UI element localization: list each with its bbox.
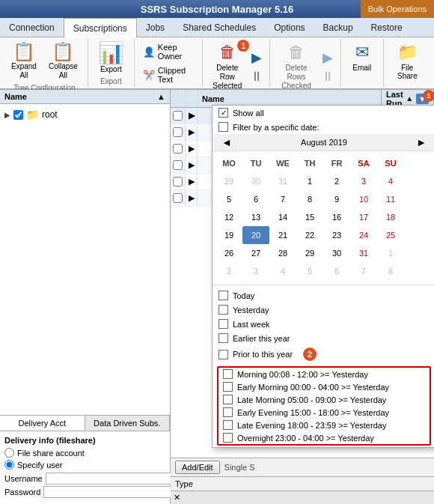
cal-day[interactable]: 11 [377, 190, 404, 208]
time-filter-morning[interactable]: Morning 00:08 - 12:00 >= Yesterday [218, 368, 430, 380]
menu-connection[interactable]: Connection [0, 18, 64, 37]
show-all-item[interactable]: Show all [213, 106, 434, 120]
username-input[interactable] [46, 473, 174, 485]
time-filter-early-evening-checkbox[interactable] [223, 407, 233, 417]
radio-specify-user-input[interactable] [4, 460, 14, 470]
row-expand[interactable]: ▶ [186, 108, 198, 124]
cal-day[interactable]: 6 [323, 262, 350, 280]
cal-day[interactable]: 18 [377, 208, 404, 226]
yesterday-checkbox[interactable] [218, 305, 228, 315]
cal-day[interactable]: 3 [350, 172, 377, 190]
menu-options[interactable]: Options [265, 18, 314, 37]
row-expand[interactable]: ▶ [186, 157, 198, 173]
row-checkbox[interactable] [171, 157, 186, 173]
cal-day[interactable]: 30 [242, 172, 269, 190]
play-icon[interactable]: ▶ [251, 49, 262, 66]
time-filter-early-morning-checkbox[interactable] [223, 382, 233, 392]
calendar-next-button[interactable]: ► [413, 136, 430, 148]
cal-day[interactable]: 7 [269, 190, 296, 208]
delete-row-selected-button[interactable]: 🗑 Delete RowSelected 1 [207, 40, 247, 93]
pause-checked-icon[interactable]: ⏸ [321, 69, 334, 85]
today-filter[interactable]: Today [213, 288, 434, 303]
filter-by-date-item[interactable]: Filter by a specific date: [213, 120, 434, 134]
menu-restore[interactable]: Restore [362, 18, 412, 37]
cal-day[interactable]: 1 [296, 172, 323, 190]
cal-day[interactable]: 4 [377, 172, 404, 190]
cal-day[interactable]: 13 [242, 208, 269, 226]
delete-rows-checked-button[interactable]: 🗑 Delete RowsChecked [275, 40, 317, 93]
cal-day[interactable]: 16 [323, 208, 350, 226]
row-expand[interactable]: ▶ [186, 190, 198, 206]
cal-day[interactable]: 9 [323, 190, 350, 208]
expand-all-button[interactable]: 📋 ExpandAll [6, 40, 42, 82]
cal-day[interactable]: 30 [323, 244, 350, 262]
last-week-checkbox[interactable] [218, 319, 228, 329]
cal-day[interactable]: 21 [269, 226, 296, 244]
collapse-all-button[interactable]: 📋 CollapseAll [43, 40, 83, 82]
tab-delivery-acct[interactable]: Delivery Acct [0, 416, 85, 431]
menu-jobs[interactable]: Jobs [137, 18, 174, 37]
cal-day[interactable]: 25 [377, 226, 404, 244]
cal-day[interactable]: 29 [216, 172, 242, 190]
password-input[interactable] [43, 486, 171, 498]
radio-specify-user[interactable]: Specify user [4, 460, 165, 470]
cal-day[interactable]: 2 [323, 172, 350, 190]
cal-day[interactable]: 29 [296, 244, 323, 262]
cal-day[interactable]: 12 [216, 208, 242, 226]
cal-day[interactable]: 8 [296, 190, 323, 208]
row-checkbox[interactable] [171, 174, 186, 189]
cal-day[interactable]: 27 [242, 244, 269, 262]
row-checkbox[interactable] [171, 124, 186, 140]
cal-day[interactable]: 5 [296, 262, 323, 280]
cal-day[interactable]: 15 [296, 208, 323, 226]
add-edit-button[interactable]: Add/Edit [175, 461, 220, 474]
tree-expand-icon[interactable]: ▶ [4, 111, 10, 119]
prior-to-this-year-filter[interactable]: Prior to this year 2 [213, 345, 434, 363]
cal-day[interactable]: 17 [350, 208, 377, 226]
row-checkbox[interactable] [171, 190, 186, 206]
cal-day[interactable]: 31 [350, 244, 377, 262]
cal-day[interactable]: 14 [269, 208, 296, 226]
time-filter-late-evening[interactable]: Late Evening 18:00 - 23:59 >= Yesterday [218, 419, 430, 431]
earlier-this-year-checkbox[interactable] [218, 333, 228, 343]
cal-day[interactable]: 22 [296, 226, 323, 244]
time-filter-overnight[interactable]: Overnight 23:00 - 04:00 >= Yesterday [218, 431, 430, 444]
cal-day[interactable]: 19 [216, 226, 242, 244]
cal-day[interactable]: 6 [242, 190, 269, 208]
cal-day[interactable]: 3 [242, 262, 269, 280]
tree-item-root[interactable]: ▶ 📁 root [3, 107, 167, 122]
play-checked-icon[interactable]: ▶ [323, 49, 333, 66]
prior-to-this-year-checkbox[interactable] [218, 350, 228, 359]
row-expand[interactable]: ▶ [186, 124, 198, 140]
time-filter-overnight-checkbox[interactable] [223, 433, 233, 443]
cal-day[interactable]: 1 [377, 244, 404, 262]
time-filter-morning-checkbox[interactable] [223, 369, 233, 379]
filter-by-date-checkbox[interactable] [218, 122, 228, 132]
close-icon[interactable]: ✕ [174, 493, 180, 502]
calendar-prev-button[interactable]: ◄ [218, 136, 235, 148]
cal-day[interactable]: 28 [269, 244, 296, 262]
cal-day[interactable]: 7 [350, 262, 377, 280]
last-week-filter[interactable]: Last week [213, 317, 434, 331]
row-checkbox[interactable] [171, 108, 186, 124]
time-filter-late-morning[interactable]: Late Morning 05:00 - 09:00 >= Yesterday [218, 393, 430, 406]
cal-day[interactable]: 2 [216, 262, 242, 280]
export-button[interactable]: 📊 Export [93, 40, 129, 76]
keep-owner-button[interactable]: 👤 Keep Owner [139, 40, 198, 63]
cal-day[interactable]: 24 [350, 226, 377, 244]
time-filter-early-morning[interactable]: Early Morning 00:00 - 04:00 >= Yesterday [218, 380, 430, 393]
time-filter-early-evening[interactable]: Early Evening 15:00 - 18:00 >= Yesterday [218, 406, 430, 419]
time-filter-late-evening-checkbox[interactable] [223, 420, 233, 430]
yesterday-filter[interactable]: Yesterday [213, 303, 434, 317]
radio-file-share[interactable]: File share account [4, 448, 165, 458]
menu-backup[interactable]: Backup [314, 18, 362, 37]
row-checkbox[interactable] [171, 141, 186, 157]
pause-icon[interactable]: ⏸ [250, 69, 263, 85]
email-button[interactable]: ✉ Email [346, 40, 379, 74]
tab-data-driven[interactable]: Data Driven Subs. [85, 416, 171, 431]
menu-shared-schedules[interactable]: Shared Schedules [174, 18, 265, 37]
tree-checkbox-root[interactable] [13, 110, 23, 120]
cal-day[interactable]: 8 [377, 262, 404, 280]
row-expand[interactable]: ▶ [186, 141, 198, 157]
cal-day[interactable]: 5 [216, 190, 242, 208]
